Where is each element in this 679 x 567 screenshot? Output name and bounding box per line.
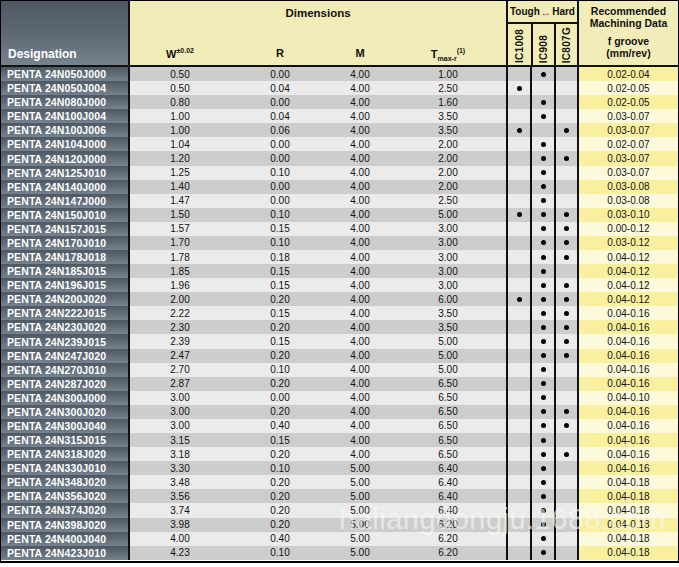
grade-dot — [541, 480, 546, 485]
w-cell: 2.00 — [130, 292, 230, 306]
grade-dot — [541, 550, 546, 555]
t-cell: 6.00 — [390, 292, 506, 306]
m-cell: 4.00 — [330, 320, 390, 334]
grade-dot — [564, 128, 569, 133]
w-cell: 1.04 — [130, 137, 230, 151]
f-groove-cell: 0.02-0.05 — [579, 95, 678, 109]
grade-dot — [541, 170, 546, 175]
designation-cell: PENTA 24N318J020 — [1, 447, 130, 461]
t-cell: 6.20 — [390, 532, 506, 546]
grade-dot — [541, 269, 546, 274]
grade-ic908-cell — [530, 222, 554, 236]
grade-ic807g-cell — [554, 250, 579, 264]
r-cell: 0.20 — [230, 518, 330, 532]
grade-ic1008-cell — [506, 433, 530, 447]
t-cell: 3.50 — [390, 306, 506, 320]
grade-ic908-cell — [530, 194, 554, 208]
m-cell: 4.00 — [330, 278, 390, 292]
f-groove-cell: 0.03-0.10 — [579, 208, 678, 222]
grade-ic807g-cell — [554, 320, 579, 334]
w-cell: 1.50 — [130, 208, 230, 222]
m-cell: 5.00 — [330, 503, 390, 517]
grade-ic1008-cell — [506, 306, 530, 320]
grade-ic807g-cell — [554, 292, 579, 306]
grade-ic807g-cell — [554, 208, 579, 222]
grade-ic1008-cell — [506, 489, 530, 503]
r-cell: 0.00 — [230, 137, 330, 151]
m-cell: 4.00 — [330, 180, 390, 194]
grade-dot — [541, 311, 546, 316]
w-cell: 3.00 — [130, 405, 230, 419]
grade-dot — [564, 212, 569, 217]
table-row: PENTA 24N300J040 3.00 0.40 4.00 6.50 0.0… — [1, 419, 678, 433]
designation-cell: PENTA 24N050J004 — [1, 81, 130, 95]
m-cell: 4.00 — [330, 123, 390, 137]
w-cell: 1.00 — [130, 109, 230, 123]
f-groove-cell: 0.02-0.04 — [579, 67, 678, 81]
grade-ic1008-cell — [506, 151, 530, 165]
grade-ic908-cell — [530, 166, 554, 180]
f-groove-cell: 0.03-0.12 — [579, 236, 678, 250]
r-cell: 0.18 — [230, 250, 330, 264]
f-groove-cell: 0.02-0.05 — [579, 81, 678, 95]
grade-ic1008-cell — [506, 278, 530, 292]
t-cell: 6.40 — [390, 475, 506, 489]
grade-ic1008-cell — [506, 81, 530, 95]
grade-dot — [564, 339, 569, 344]
w-cell: 0.80 — [130, 95, 230, 109]
w-cell: 1.57 — [130, 222, 230, 236]
t-cell: 6.20 — [390, 518, 506, 532]
w-cell: 1.25 — [130, 166, 230, 180]
r-cell: 0.00 — [230, 95, 330, 109]
w-cell: 2.22 — [130, 306, 230, 320]
r-cell: 0.10 — [230, 236, 330, 250]
grade-ic1008-cell — [506, 532, 530, 546]
table-row: PENTA 24N315J015 3.15 0.15 4.00 6.50 0.0… — [1, 433, 678, 447]
designation-cell: PENTA 24N356J020 — [1, 489, 130, 503]
grade-ic807g-cell — [554, 151, 579, 165]
designation-cell: PENTA 24N374J020 — [1, 503, 130, 517]
designation-cell: PENTA 24N348J020 — [1, 475, 130, 489]
grade-column-labels: IC1008 IC908 IC807G — [508, 24, 577, 65]
grade-ic908-cell — [530, 419, 554, 433]
designation-cell: PENTA 24N230J020 — [1, 320, 130, 334]
designation-cell: PENTA 24N100J006 — [1, 123, 130, 137]
r-cell: 0.00 — [230, 67, 330, 81]
r-cell: 0.10 — [230, 166, 330, 180]
m-cell: 4.00 — [330, 95, 390, 109]
grade-dot — [517, 297, 522, 302]
grade-dot — [541, 156, 546, 161]
grade-ic908-cell — [530, 292, 554, 306]
grade-ic1008-cell — [506, 208, 530, 222]
f-groove-cell: 0.04-0.16 — [579, 419, 678, 433]
grade-ic908-cell — [530, 475, 554, 489]
m-cell: 5.00 — [330, 461, 390, 475]
r-cell: 0.20 — [230, 447, 330, 461]
f-groove-cell: 0.04-0.18 — [579, 503, 678, 517]
grade-ic908-cell — [530, 518, 554, 532]
designation-cell: PENTA 24N185J015 — [1, 264, 130, 278]
designation-cell: PENTA 24N330J010 — [1, 461, 130, 475]
designation-cell: PENTA 24N423J010 — [1, 546, 130, 560]
grade-dot — [541, 353, 546, 358]
designation-cell: PENTA 24N287J020 — [1, 377, 130, 391]
grade-ic807g-cell — [554, 546, 579, 560]
designation-cell: PENTA 24N247J020 — [1, 349, 130, 363]
r-cell: 0.20 — [230, 405, 330, 419]
designation-cell: PENTA 24N300J000 — [1, 391, 130, 405]
grade-dot — [541, 494, 546, 499]
t-cell: 6.50 — [390, 405, 506, 419]
m-cell: 4.00 — [330, 377, 390, 391]
table-row: PENTA 24N374J020 3.74 0.20 5.00 6.40 0.0… — [1, 503, 678, 517]
w-cell: 2.39 — [130, 334, 230, 348]
grade-ic807g-cell — [554, 489, 579, 503]
t-cell: 2.00 — [390, 180, 506, 194]
designation-cell: PENTA 24N178J018 — [1, 250, 130, 264]
f-groove-cell: 0.03-0.08 — [579, 194, 678, 208]
grade-ic1008-cell — [506, 137, 530, 151]
recommended-header-section: Recommended Machining Data f groove (mm/… — [579, 1, 678, 65]
m-cell: 4.00 — [330, 67, 390, 81]
w-cell: 1.20 — [130, 151, 230, 165]
grade-ic1008-cell — [506, 349, 530, 363]
table-row: PENTA 24N330J010 3.30 0.10 5.00 6.40 0.0… — [1, 461, 678, 475]
